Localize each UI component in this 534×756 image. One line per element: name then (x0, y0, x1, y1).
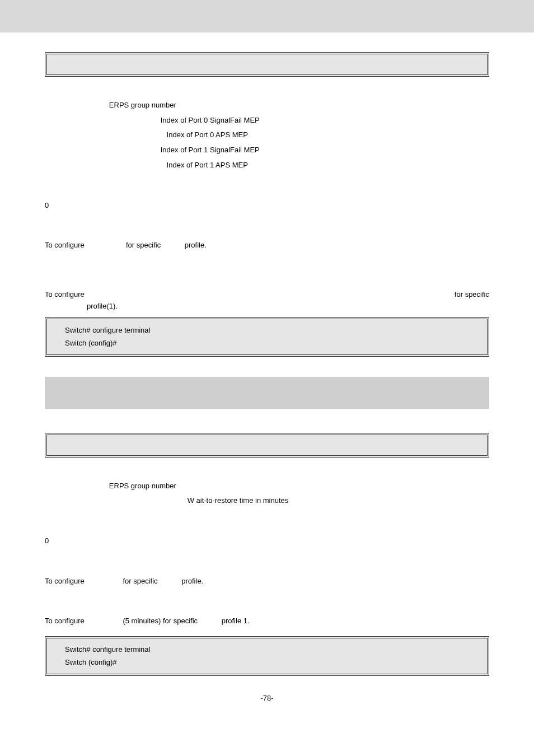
param-group-key-1: <1-64> (84, 101, 107, 109)
usage-1-e: profile. (185, 241, 207, 249)
syntax-box-2: erps <1-64> revertive wtr-time <1-12> (45, 433, 489, 458)
ex1-post: for specific (455, 288, 489, 301)
ex2-a: ERPS (65, 302, 87, 310)
term2-line2a: Switch (config)# (65, 658, 116, 666)
term1-line1: Switch# configure terminal (65, 324, 469, 337)
usage-label-2: Usage Guidelines (45, 561, 489, 572)
example-row-1: To configure ERPS MEP (Port0 SignalFail … (45, 288, 489, 301)
parameter-label-2: Parameter (45, 465, 489, 477)
usage-text-1: To configure ERPS MEP for specific ERPS … (45, 240, 489, 251)
usage-1-c: for specific (124, 241, 161, 249)
term1-line2a: Switch (config)# (65, 339, 116, 347)
ex3-b: WTR Time (85, 617, 123, 625)
param-group-1: <1-64> ERPS group number (84, 100, 489, 111)
param-port0aps-desc: Index of Port 0 APS MEP (167, 130, 248, 139)
param-wtr-desc: W ait-to-restore time in minutes (188, 496, 289, 505)
terminal-box-1: Switch# configure terminal Switch (confi… (45, 317, 489, 357)
usage-2-b: WTR Time (85, 577, 123, 585)
usage-label-1: Usage Guidelines (45, 225, 489, 236)
top-banner-text: 4.2.33 erps <1-64> mep port0 sf <uint> a… (0, 0, 247, 8)
usage-1-b: ERPS MEP (86, 241, 124, 249)
param-port1aps-desc: Index of Port 1 APS MEP (167, 161, 248, 169)
ex3-d: ERPS (198, 617, 222, 625)
section-banner-2: 4.2.34 erps <1-64> revertive wtr-time <1… (45, 377, 489, 409)
usage-2-a: To configure (45, 577, 85, 585)
usage-1-d: ERPS (161, 241, 185, 249)
param-port0aps: port0 aps <uint> Index of Port 0 APS MEP (112, 129, 489, 141)
param-group-key-2: <1-64> (84, 482, 107, 490)
example-label-1: Example (45, 265, 489, 277)
usage-1-a: To configure (45, 241, 86, 249)
example-text-1a: To configure ERPS MEP (Port0 SignalFail … (45, 288, 396, 301)
term1-line2: Switch (config)# erps 1 mep port0 sf 1 a… (65, 337, 469, 349)
param-port0aps-key: port0 aps <uint> (112, 130, 165, 139)
example-label-2: Example (45, 600, 489, 612)
ex3-e: profile 1. (222, 617, 250, 625)
syntax-label-1: Syntax (45, 38, 489, 46)
ex1-b: ERPS MEP (Port0 SignalFail MEP = 1, APS … (85, 290, 396, 298)
page-content: Syntax erps <1-64> mep port0 sf <uint> a… (0, 38, 534, 687)
terminal-box-2: Switch# configure terminal Switch (confi… (45, 636, 489, 676)
ex3-a: To configure (45, 617, 85, 625)
usage-2-e: profile. (181, 577, 203, 585)
param-port1sf-key: port1 sf <uint> (112, 146, 158, 154)
usage-2-c: for specific (123, 577, 157, 585)
top-banner-bar: 4.2.33 erps <1-64> mep port0 sf <uint> a… (0, 0, 534, 32)
param-wtr-key: wtr-time <1-12> (134, 496, 185, 505)
param-port0sf-desc: Index of Port 0 SignalFail MEP (161, 116, 260, 124)
ex3-c: (5 minuites) for specific (123, 617, 198, 625)
param-group-2: <1-64> ERPS group number (84, 480, 489, 492)
default-label-1: Default (45, 185, 489, 197)
param-port0sf-key: port0 sf <uint> (112, 116, 158, 124)
usage-2-d: ERPS (158, 577, 182, 585)
syntax-label-2: Syntax (45, 419, 489, 427)
param-port1sf-desc: Index of Port 1 SignalFail MEP (161, 146, 260, 154)
example-text-2: To configure WTR Time (5 minuites) for s… (45, 615, 489, 627)
default-value-1: 0 (45, 200, 489, 212)
param-port0sf: port0 sf <uint> Index of Port 0 SignalFa… (112, 115, 489, 127)
default-label-2: Default (45, 520, 489, 532)
param-group-desc-2: ERPS group number (109, 482, 176, 490)
param-group-desc-1: ERPS group number (109, 101, 176, 109)
param-port1aps: port1 aps <uint> Index of Port 1 APS MEP (112, 160, 489, 171)
term2-line2b: erps 1 revertive wtr-time 5 (116, 658, 203, 666)
param-wtr: wtr-time <1-12> W ait-to-restore time in… (134, 495, 489, 507)
param-port1sf: port1 sf <uint> Index of Port 1 SignalFa… (112, 144, 489, 156)
page-number: -78- (0, 694, 534, 702)
example-text-1b: ERPS profile(1). (65, 301, 489, 312)
term2-line1: Switch# configure terminal (65, 643, 469, 656)
syntax-box-1: erps <1-64> mep port0 sf <uint> aps <uin… (45, 52, 489, 77)
term2-line2: Switch (config)# erps 1 revertive wtr-ti… (65, 656, 469, 669)
usage-text-2: To configure WTR Time for specific ERPS … (45, 576, 489, 587)
default-value-2: 0 (45, 535, 489, 547)
param-port1aps-key: port1 aps <uint> (112, 161, 165, 169)
parameter-label-1: Parameter (45, 85, 489, 96)
ex1-a: To configure (45, 290, 85, 298)
term1-line2b: erps 1 mep port0 sf 1 aps 2 port1 sf 3 a… (116, 339, 259, 347)
ex2-b: profile(1). (87, 302, 118, 310)
